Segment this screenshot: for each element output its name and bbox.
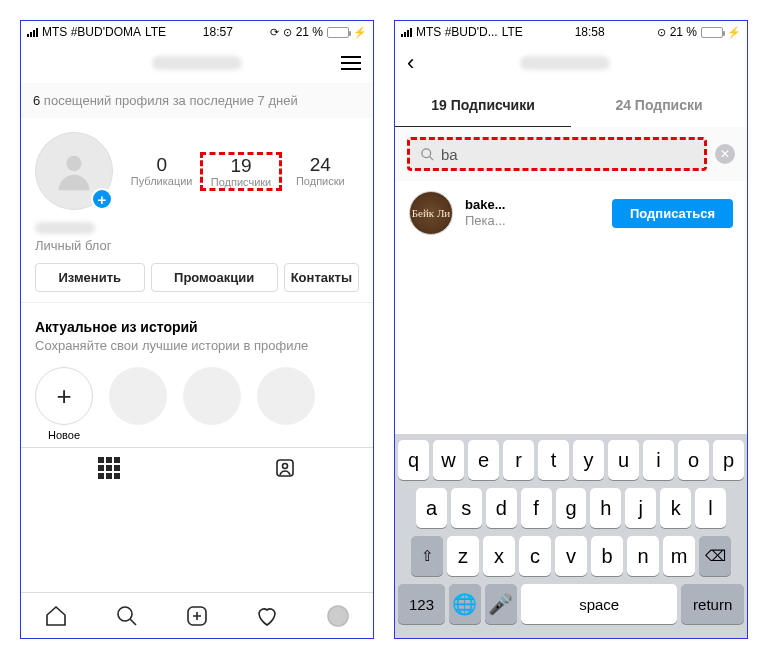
charging-icon: ⚡ <box>353 26 367 39</box>
key-t[interactable]: t <box>538 440 569 480</box>
tab-tagged[interactable] <box>197 448 373 487</box>
keyboard: q w e r t y u i o p a s d f g h j k l ⇧ … <box>395 434 747 638</box>
keyboard-row-4: 123 🌐 🎤 space return <box>398 584 744 624</box>
follow-tabs: 19 Подписчики 24 Подписки <box>395 83 747 127</box>
key-space[interactable]: space <box>521 584 677 624</box>
key-backspace[interactable]: ⌫ <box>699 536 731 576</box>
highlight-placeholder <box>257 367 315 425</box>
tab-following[interactable]: 24 Подписки <box>571 83 747 127</box>
highlights-subtitle: Сохраняйте свои лучшие истории в профиле <box>35 337 359 355</box>
key-d[interactable]: d <box>486 488 517 528</box>
stat-following[interactable]: 24 Подписки <box>282 152 359 191</box>
heart-icon <box>255 604 279 628</box>
battery-pct: 21 % <box>296 25 323 39</box>
signal-icon <box>401 27 412 37</box>
phone-followers: MTS #BUD'D... LTE 18:58 ⊙ 21 % ⚡ ‹ 19 По… <box>394 20 748 639</box>
highlight-new[interactable]: + Новое <box>35 367 93 441</box>
network-text: LTE <box>502 25 523 39</box>
tab-grid[interactable] <box>21 448 197 487</box>
follower-username: bake... <box>465 197 600 213</box>
key-q[interactable]: q <box>398 440 429 480</box>
key-s[interactable]: s <box>451 488 482 528</box>
key-globe[interactable]: 🌐 <box>449 584 481 624</box>
key-v[interactable]: v <box>555 536 587 576</box>
nav-bar: ‹ <box>395 43 747 83</box>
key-a[interactable]: a <box>416 488 447 528</box>
profile-visits-strip[interactable]: 6 посещений профиля за последние 7 дней <box>21 83 373 118</box>
key-r[interactable]: r <box>503 440 534 480</box>
svg-point-5 <box>328 606 348 626</box>
keyboard-row-1: q w e r t y u i o p <box>398 440 744 480</box>
clock: 18:57 <box>203 25 233 39</box>
signal-icon <box>27 27 38 37</box>
home-icon <box>44 604 68 628</box>
clock: 18:58 <box>575 25 605 39</box>
key-mic[interactable]: 🎤 <box>485 584 517 624</box>
menu-icon[interactable] <box>341 56 361 70</box>
stat-posts[interactable]: 0 Публикации <box>123 152 200 191</box>
key-l[interactable]: l <box>695 488 726 528</box>
battery-icon <box>701 27 723 38</box>
status-bar: MTS #BUD'D... LTE 18:58 ⊙ 21 % ⚡ <box>395 21 747 43</box>
key-k[interactable]: k <box>660 488 691 528</box>
key-numbers[interactable]: 123 <box>398 584 445 624</box>
alarm-icon: ⊙ <box>657 26 666 39</box>
highlight-new-label: Новое <box>35 429 93 441</box>
key-y[interactable]: y <box>573 440 604 480</box>
key-z[interactable]: z <box>447 536 479 576</box>
search-bar: ba ✕ <box>395 127 747 181</box>
follower-row[interactable]: Бейк Ли bake... Пека... Подписаться <box>395 181 747 245</box>
search-icon <box>420 147 435 162</box>
promotions-button[interactable]: Промоакции <box>151 263 278 292</box>
add-story-badge[interactable]: + <box>91 188 113 210</box>
key-i[interactable]: i <box>643 440 674 480</box>
username-blurred <box>520 56 610 70</box>
contacts-button[interactable]: Контакты <box>284 263 359 292</box>
svg-point-2 <box>283 463 288 468</box>
tagged-icon <box>273 456 297 480</box>
key-f[interactable]: f <box>521 488 552 528</box>
key-h[interactable]: h <box>590 488 621 528</box>
nav-home[interactable] <box>21 593 91 638</box>
nav-bar <box>21 43 373 83</box>
search-input[interactable]: ba <box>407 137 707 171</box>
key-o[interactable]: o <box>678 440 709 480</box>
svg-point-3 <box>118 607 132 621</box>
profile-header: + 0 Публикации 19 Подписчики 24 Подписки <box>21 118 373 210</box>
status-bar: MTS #BUD'DOMA LTE 18:57 ⟳ ⊙ 21 % ⚡ <box>21 21 373 43</box>
highlights-section: Актуальное из историй Сохраняйте свои лу… <box>21 302 373 447</box>
back-button[interactable]: ‹ <box>407 50 414 76</box>
plus-icon: + <box>35 367 93 425</box>
key-m[interactable]: m <box>663 536 695 576</box>
display-name-blurred <box>35 222 95 234</box>
key-n[interactable]: n <box>627 536 659 576</box>
clear-search-button[interactable]: ✕ <box>715 144 735 164</box>
key-c[interactable]: c <box>519 536 551 576</box>
nav-search[interactable] <box>91 593 161 638</box>
phone-profile: MTS #BUD'DOMA LTE 18:57 ⟳ ⊙ 21 % ⚡ 6 пос… <box>20 20 374 639</box>
key-u[interactable]: u <box>608 440 639 480</box>
key-x[interactable]: x <box>483 536 515 576</box>
nav-activity[interactable] <box>232 593 302 638</box>
highlight-placeholder <box>183 367 241 425</box>
key-g[interactable]: g <box>556 488 587 528</box>
key-p[interactable]: p <box>713 440 744 480</box>
visits-text: посещений профиля за последние 7 дней <box>44 93 298 108</box>
key-shift[interactable]: ⇧ <box>411 536 443 576</box>
search-query-text: ba <box>441 146 458 163</box>
tab-followers[interactable]: 19 Подписчики <box>395 83 571 127</box>
key-e[interactable]: e <box>468 440 499 480</box>
key-j[interactable]: j <box>625 488 656 528</box>
key-w[interactable]: w <box>433 440 464 480</box>
key-b[interactable]: b <box>591 536 623 576</box>
edit-profile-button[interactable]: Изменить <box>35 263 145 292</box>
follow-button[interactable]: Подписаться <box>612 199 733 228</box>
follower-fullname: Пека... <box>465 213 600 229</box>
nav-profile[interactable] <box>303 593 373 638</box>
nav-add[interactable] <box>162 593 232 638</box>
highlights-title: Актуальное из историй <box>35 319 359 335</box>
stat-followers[interactable]: 19 Подписчики <box>200 152 281 191</box>
battery-icon <box>327 27 349 38</box>
profile-stats: 0 Публикации 19 Подписчики 24 Подписки <box>123 152 359 191</box>
key-return[interactable]: return <box>681 584 744 624</box>
